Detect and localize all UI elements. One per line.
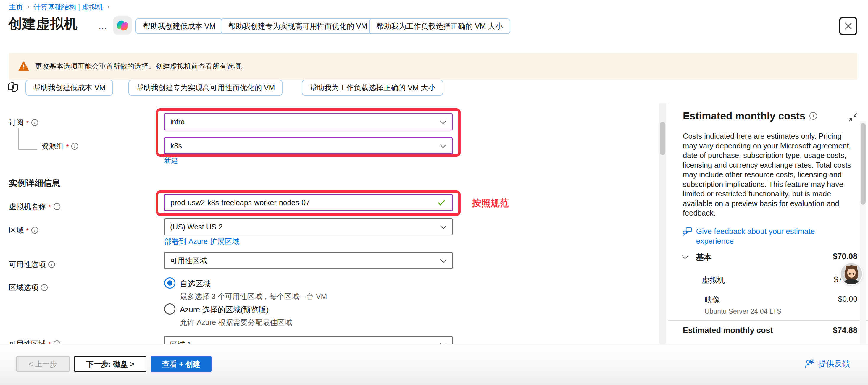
breadcrumb-section-link[interactable]: 计算基础结构 | 虚拟机 — [33, 2, 103, 12]
divider — [18, 128, 19, 150]
radio-label[interactable]: Azure 选择的区域(预览版) — [180, 304, 269, 315]
close-button[interactable] — [839, 17, 857, 35]
info-icon[interactable] — [31, 119, 38, 126]
valid-checkmark-icon — [438, 198, 445, 205]
radio-azure-selected-zones[interactable] — [164, 303, 176, 315]
info-icon[interactable] — [71, 143, 78, 150]
cost-group-name[interactable]: 基本 — [696, 252, 712, 263]
breadcrumb-home-link[interactable]: 主页 — [9, 2, 23, 12]
expand-group-chevron-icon[interactable] — [682, 253, 688, 259]
cost-panel-description: Costs indicated here are estimates only.… — [683, 131, 852, 218]
cost-item-name: 虚拟机 — [702, 275, 725, 285]
cost-item-name: 映像 — [705, 294, 720, 305]
vm-name-input[interactable]: prod-usw2-k8s-freeleaps-worker-nodes-07 — [164, 194, 453, 211]
info-icon[interactable] — [809, 112, 817, 120]
review-create-button[interactable]: 查看 + 创建 — [151, 356, 212, 372]
copilot-suggestion-low-cost-button[interactable]: 帮助我创建低成本 VM — [135, 18, 223, 34]
extended-zone-link[interactable]: 部署到 Azure 扩展区域 — [164, 236, 239, 246]
instance-details-heading: 实例详细信息 — [9, 178, 60, 189]
region-dropdown[interactable]: (US) West US 2 — [164, 218, 453, 235]
next-step-disks-button[interactable]: 下一步: 磁盘 > — [74, 356, 147, 372]
divider — [18, 149, 37, 150]
radio-self-selected-zones[interactable] — [164, 277, 176, 289]
copilot-suggestion-vm-size-button[interactable]: 帮助我为工作负载选择正确的 VM 大小 — [302, 80, 443, 96]
copilot-suggestion-high-availability-button[interactable]: 帮助我创建专为实现高可用性而优化的 VM — [128, 80, 282, 96]
chevron-down-icon — [440, 256, 446, 263]
subscription-label: 订阅 * — [9, 118, 38, 127]
annotation-note: 按照规范 — [472, 197, 509, 210]
breadcrumb-chevron-icon: › — [27, 3, 29, 11]
previous-step-button[interactable]: < 上一步 — [16, 356, 69, 372]
warning-banner: 更改基本选项可能会重置所做的选择。创建虚拟机前查看所有选项。 — [9, 53, 857, 79]
subscription-dropdown[interactable]: infra — [164, 113, 453, 130]
breadcrumb: 主页 › 计算基础结构 | 虚拟机 › — [9, 2, 110, 12]
info-icon[interactable] — [54, 203, 60, 210]
zone-options-label: 区域选项 — [9, 283, 48, 292]
chevron-down-icon — [440, 142, 446, 148]
panel-divider — [668, 103, 668, 345]
copilot-outline-icon — [8, 82, 20, 93]
required-marker: * — [48, 203, 51, 212]
info-icon[interactable] — [48, 261, 55, 268]
cost-item-amount: $0.00 — [810, 294, 857, 304]
radio-label[interactable]: 自选区域 — [180, 279, 211, 289]
copilot-suggestion-high-availability-button[interactable]: 帮助我创建专为实现高可用性而优化的 VM — [221, 18, 375, 34]
required-marker: * — [66, 143, 69, 151]
create-new-resource-group-link[interactable]: 新建 — [164, 156, 178, 165]
cost-panel-title: Estimated monthly costs — [683, 110, 817, 122]
warning-icon — [18, 61, 29, 71]
radio-description: 允许 Azure 根据需要分配最佳区域 — [180, 318, 292, 327]
give-feedback-link[interactable]: 提供反馈 — [805, 358, 850, 369]
copilot-suggestion-low-cost-button[interactable]: 帮助我创建低成本 VM — [26, 80, 113, 96]
radio-description: 最多选择 3 个可用性区域，每个区域一台 VM — [180, 292, 327, 301]
info-icon[interactable] — [31, 227, 38, 234]
info-icon[interactable] — [41, 284, 48, 291]
availability-options-label: 可用性选项 — [9, 260, 55, 269]
collapse-panel-icon[interactable] — [848, 113, 857, 122]
warning-text: 更改基本选项可能会重置所做的选择。创建虚拟机前查看所有选项。 — [35, 62, 248, 71]
main-scrollbar-thumb[interactable] — [660, 122, 665, 155]
divider — [668, 320, 868, 321]
chevron-down-icon — [440, 223, 446, 229]
availability-options-dropdown[interactable]: 可用性区域 — [164, 252, 453, 269]
required-marker: * — [26, 119, 29, 128]
vm-name-label: 虚拟机名称 * — [9, 202, 60, 212]
estimate-feedback-link[interactable]: Give feedback about your estimate experi… — [683, 226, 848, 246]
cost-group-amount: $70.08 — [810, 252, 857, 261]
more-actions-button[interactable]: … — [98, 21, 108, 31]
chevron-down-icon — [440, 118, 446, 124]
cost-item-subtitle: Ubuntu Server 24.04 LTS — [705, 308, 781, 316]
total-cost-amount: $74.88 — [810, 326, 857, 335]
copilot-icon[interactable] — [113, 16, 132, 35]
assistant-avatar[interactable] — [841, 263, 862, 285]
person-feedback-icon — [805, 359, 815, 368]
panel-scrollbar-thumb[interactable] — [861, 123, 866, 204]
resource-group-dropdown[interactable]: k8s — [164, 137, 453, 154]
resource-group-label: 资源组 * — [41, 141, 78, 151]
feedback-bubbles-icon — [683, 226, 692, 237]
bottom-action-bar: < 上一步 下一步: 磁盘 > 查看 + 创建 提供反馈 — [0, 344, 868, 385]
region-label: 区域 * — [9, 225, 38, 235]
required-marker: * — [26, 227, 29, 235]
close-icon — [844, 22, 852, 30]
breadcrumb-chevron-icon: › — [107, 3, 110, 11]
page-title: 创建虚拟机 — [8, 15, 78, 33]
total-cost-label: Estimated monthly cost — [683, 326, 773, 335]
copilot-suggestion-vm-size-button[interactable]: 帮助我为工作负载选择正确的 VM 大小 — [369, 18, 510, 34]
